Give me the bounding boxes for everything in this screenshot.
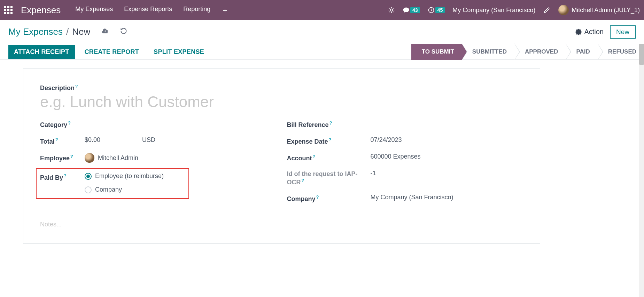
status-submitted[interactable]: SUBMITTED: [462, 44, 514, 60]
total-row: Total? $0.00 USD: [40, 136, 277, 145]
notes-input[interactable]: [40, 221, 523, 228]
description-input[interactable]: [40, 93, 523, 111]
account-row: Account? 600000 Expenses: [287, 153, 523, 162]
status-label: APPROVED: [525, 48, 558, 55]
help-icon[interactable]: ?: [329, 120, 332, 126]
currency-value: USD: [142, 136, 155, 144]
employee-name: Mitchell Admin: [98, 154, 138, 162]
apps-icon[interactable]: [4, 6, 13, 14]
category-label: Category?: [40, 120, 85, 129]
expense-date-input[interactable]: 07/24/2023: [371, 136, 523, 144]
category-row: Category?: [40, 120, 277, 129]
help-icon[interactable]: ?: [75, 84, 78, 89]
expense-date-row: Expense Date? 07/24/2023: [287, 136, 523, 145]
help-icon[interactable]: ?: [64, 173, 67, 178]
description-label-row: Description?: [40, 84, 523, 92]
iap-row: Id of the request to IAP-OCR? -1: [287, 170, 523, 186]
company-selector[interactable]: My Company (San Francisco): [452, 7, 535, 14]
status-label: PAID: [576, 48, 590, 55]
nav-menu: My Expenses Expense Reports Reporting ＋: [75, 6, 228, 15]
radio-unchecked-icon: [85, 186, 92, 193]
action-label: Action: [584, 28, 604, 36]
company-field-input[interactable]: My Company (San Francisco): [371, 194, 523, 201]
employee-label: Employee?: [40, 153, 85, 162]
nav-reporting[interactable]: Reporting: [183, 6, 210, 15]
employee-avatar: [85, 153, 94, 163]
company-field-label: Company?: [287, 194, 371, 203]
action-dropdown[interactable]: Action: [575, 28, 604, 36]
breadcrumb-current: New: [72, 26, 90, 37]
breadcrumb-back[interactable]: My Expenses: [8, 26, 63, 37]
help-icon[interactable]: ?: [55, 137, 58, 142]
paid-by-radio-group: Employee (to reimburse) Company: [85, 172, 164, 193]
total-amount: $0.00: [85, 136, 100, 144]
paid-by-employee-radio[interactable]: Employee (to reimburse): [85, 172, 164, 180]
status-label: REFUSED: [608, 48, 636, 55]
iap-value: -1: [371, 170, 523, 177]
nav-expense-reports[interactable]: Expense Reports: [124, 6, 172, 15]
form-grid: Category? Total? $0.00 USD Employee?: [40, 120, 523, 210]
help-icon[interactable]: ?: [68, 120, 71, 126]
control-row: My Expenses / New Action New: [0, 20, 644, 44]
status-to-submit[interactable]: TO SUBMIT: [411, 44, 462, 60]
status-approved[interactable]: APPROVED: [514, 44, 566, 60]
nav-my-expenses[interactable]: My Expenses: [75, 6, 113, 15]
form-right-column: Bill Reference? Expense Date? 07/24/2023…: [287, 120, 523, 210]
radio-checked-icon: [85, 173, 92, 180]
expense-date-label: Expense Date?: [287, 136, 371, 145]
sheet-wrapper: Description? Category? Total? $0.00: [0, 60, 644, 244]
paid-by-company-radio[interactable]: Company: [85, 186, 164, 193]
paid-by-value: Employee (to reimburse) Company: [85, 172, 185, 193]
tools-icon[interactable]: [543, 6, 551, 14]
form-left-column: Category? Total? $0.00 USD Employee?: [40, 120, 277, 210]
iap-label: Id of the request to IAP-OCR?: [287, 170, 371, 186]
total-label: Total?: [40, 136, 85, 145]
status-label: TO SUBMIT: [422, 48, 454, 55]
user-name: Mitchell Admin (JULY_1): [572, 7, 640, 14]
nav-new-icon[interactable]: ＋: [222, 6, 228, 15]
discard-icon[interactable]: [120, 27, 127, 36]
help-icon[interactable]: ?: [70, 154, 73, 159]
help-icon[interactable]: ?: [316, 194, 319, 200]
user-menu[interactable]: Mitchell Admin (JULY_1): [558, 5, 640, 15]
radio-label: Company: [95, 186, 122, 193]
status-refused[interactable]: REFUSED: [598, 44, 644, 60]
attach-receipt-button[interactable]: ATTACH RECEIPT: [8, 45, 75, 59]
account-input[interactable]: 600000 Expenses: [371, 153, 523, 160]
help-icon[interactable]: ?: [313, 154, 316, 159]
breadcrumb-separator: /: [66, 26, 69, 37]
app-brand[interactable]: Expenses: [21, 5, 61, 16]
description-label: Description: [40, 85, 75, 91]
create-report-button[interactable]: CREATE REPORT: [80, 45, 144, 59]
split-expense-button[interactable]: SPLIT EXPENSE: [149, 45, 209, 59]
navbar-left: Expenses My Expenses Expense Reports Rep…: [4, 5, 228, 16]
new-button[interactable]: New: [610, 25, 636, 39]
top-navbar: Expenses My Expenses Expense Reports Rep…: [0, 0, 644, 20]
action-status-bar: ATTACH RECEIPT CREATE REPORT SPLIT EXPEN…: [0, 44, 644, 60]
company-row: Company? My Company (San Francisco): [287, 194, 523, 203]
user-avatar: [558, 5, 569, 15]
messages-badge: 43: [410, 7, 420, 13]
messages-icon[interactable]: 43: [403, 7, 420, 14]
employee-row: Employee? Mitchell Admin: [40, 153, 277, 163]
total-value[interactable]: $0.00 USD: [85, 136, 277, 144]
scrollbar[interactable]: [639, 44, 644, 244]
help-icon[interactable]: ?: [329, 137, 332, 142]
form-sheet: Description? Category? Total? $0.00: [23, 68, 540, 244]
bill-ref-row: Bill Reference?: [287, 120, 523, 129]
svg-point-0: [390, 9, 393, 11]
activities-icon[interactable]: 45: [428, 7, 445, 14]
breadcrumb: My Expenses / New: [8, 26, 127, 37]
help-icon[interactable]: ?: [302, 178, 304, 183]
paid-by-row: Paid By? Employee (to reimburse) C: [40, 172, 185, 193]
account-label: Account?: [287, 153, 371, 162]
radio-label: Employee (to reimburse): [95, 172, 164, 180]
control-right: Action New: [575, 25, 636, 39]
bug-icon[interactable]: [388, 7, 395, 14]
status-label: SUBMITTED: [472, 48, 507, 55]
paid-by-label: Paid By?: [40, 172, 85, 182]
scrollbar-thumb[interactable]: [639, 44, 644, 65]
cloud-upload-icon[interactable]: [101, 27, 109, 37]
employee-input[interactable]: Mitchell Admin: [85, 153, 277, 163]
status-steps: TO SUBMIT SUBMITTED APPROVED PAID REFUSE…: [411, 44, 644, 60]
